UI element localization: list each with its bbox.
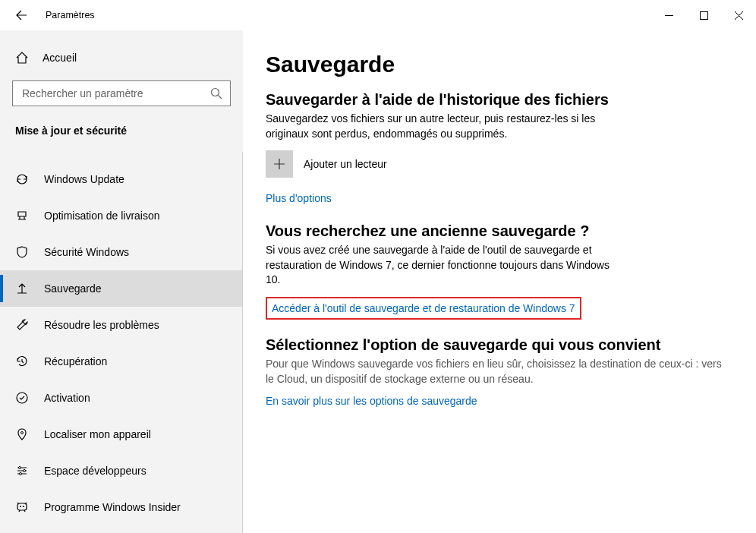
sidebar-item-activation[interactable]: Activation xyxy=(0,380,243,416)
section-file-history-title: Sauvegarder à l'aide de l'historique des… xyxy=(266,91,726,109)
svg-point-4 xyxy=(19,467,21,469)
svg-point-2 xyxy=(17,393,27,403)
more-options-link[interactable]: Plus d'options xyxy=(266,192,332,204)
sidebar-item-troubleshoot[interactable]: Résoudre les problèmes xyxy=(0,307,243,343)
shield-icon xyxy=(15,245,29,259)
sidebar-item-label: Optimisation de livraison xyxy=(44,210,160,222)
svg-point-3 xyxy=(21,432,24,434)
backup-options-link[interactable]: En savoir plus sur les options de sauveg… xyxy=(266,395,477,407)
svg-rect-7 xyxy=(17,503,27,510)
location-icon xyxy=(15,427,29,441)
sidebar-item-label: Sauvegarde xyxy=(44,282,102,295)
sidebar-item-delivery-optimization[interactable]: Optimisation de livraison xyxy=(0,197,243,234)
minimize-icon xyxy=(665,11,673,20)
home-nav[interactable]: Accueil xyxy=(0,43,243,73)
section-choose-option-title: Sélectionnez l'option de sauvegarde qui … xyxy=(266,336,726,354)
window-title: Paramètres xyxy=(46,10,95,20)
check-circle-icon xyxy=(15,391,29,405)
arrow-left-icon xyxy=(15,9,27,21)
home-label: Accueil xyxy=(43,52,77,64)
sliders-icon xyxy=(15,464,29,478)
sidebar-item-label: Localiser mon appareil xyxy=(44,428,151,440)
maximize-button[interactable] xyxy=(686,4,721,27)
sidebar-item-label: Programme Windows Insider xyxy=(44,501,181,513)
sidebar-item-windows-security[interactable]: Sécurité Windows xyxy=(0,234,243,270)
svg-rect-0 xyxy=(700,11,707,19)
highlight-box: Accéder à l'outil de sauvegarde et de re… xyxy=(266,297,581,320)
search-box[interactable] xyxy=(12,80,231,106)
sidebar-item-backup[interactable]: Sauvegarde xyxy=(0,270,243,307)
main-content: Sauvegarde Sauvegarder à l'aide de l'his… xyxy=(243,30,756,533)
page-title: Sauvegarde xyxy=(266,52,726,77)
sidebar-item-windows-update[interactable]: Windows Update xyxy=(0,161,243,197)
close-icon xyxy=(735,11,743,20)
sidebar-section-header: Mise à jour et sécurité xyxy=(0,115,243,144)
section-choose-option-desc: Pour que Windows sauvegarde vos fichiers… xyxy=(266,357,726,386)
sidebar-item-label: Récupération xyxy=(44,355,107,367)
section-old-backup-desc: Si vous avez créé une sauvegarde à l'aid… xyxy=(266,243,622,288)
svg-point-9 xyxy=(23,506,24,507)
maximize-icon xyxy=(700,11,708,20)
backup-icon xyxy=(15,282,29,295)
svg-point-6 xyxy=(20,473,22,475)
insider-icon xyxy=(15,500,29,514)
window-controls xyxy=(651,4,756,27)
sidebar-item-label: Sécurité Windows xyxy=(44,246,129,258)
sidebar-item-label: Windows Update xyxy=(44,173,124,185)
sidebar: Accueil Mise à jour et sécurité Windows … xyxy=(0,30,243,533)
sidebar-item-label: Activation xyxy=(44,392,90,404)
history-icon xyxy=(15,355,29,368)
sidebar-item-label: Espace développeurs xyxy=(44,465,146,477)
title-bar: Paramètres xyxy=(0,0,756,30)
sidebar-item-label: Résoudre les problèmes xyxy=(44,319,159,331)
sidebar-divider xyxy=(242,152,243,533)
sidebar-item-find-my-device[interactable]: Localiser mon appareil xyxy=(0,416,243,453)
close-button[interactable] xyxy=(721,4,756,27)
sidebar-item-recovery[interactable]: Récupération xyxy=(0,343,243,380)
add-drive-row[interactable]: Ajouter un lecteur xyxy=(266,150,726,178)
wrench-icon xyxy=(15,318,29,332)
minimize-button[interactable] xyxy=(651,4,686,27)
nav-list: Windows Update Optimisation de livraison… xyxy=(0,161,243,525)
add-drive-button[interactable] xyxy=(266,150,293,178)
back-button[interactable] xyxy=(6,0,36,30)
section-file-history-desc: Sauvegardez vos fichiers sur un autre le… xyxy=(266,112,622,141)
svg-point-1 xyxy=(212,89,219,96)
win7-backup-link[interactable]: Accéder à l'outil de sauvegarde et de re… xyxy=(272,302,575,314)
sidebar-item-windows-insider[interactable]: Programme Windows Insider xyxy=(0,489,243,525)
plus-icon xyxy=(272,157,286,171)
home-icon xyxy=(15,51,29,65)
svg-point-8 xyxy=(20,506,21,507)
search-icon xyxy=(210,87,222,99)
svg-point-5 xyxy=(24,470,26,472)
download-icon xyxy=(15,209,29,222)
section-old-backup-title: Vous recherchez une ancienne sauvegarde … xyxy=(266,222,726,240)
search-input[interactable] xyxy=(20,87,210,100)
sync-icon xyxy=(15,172,29,186)
add-drive-label: Ajouter un lecteur xyxy=(304,158,387,170)
sidebar-item-for-developers[interactable]: Espace développeurs xyxy=(0,453,243,489)
